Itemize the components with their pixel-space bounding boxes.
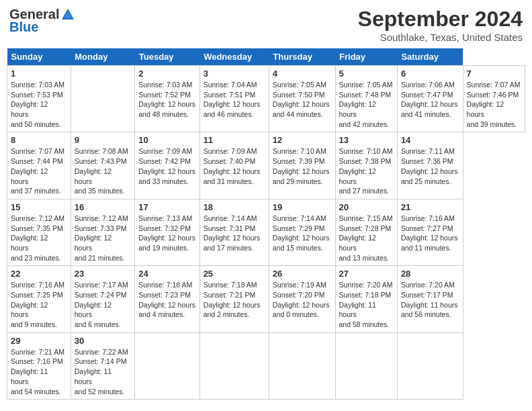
day-number: 3 <box>204 68 265 79</box>
day-info: Sunrise: 7:12 AM Sunset: 7:35 PM Dayligh… <box>11 214 67 263</box>
day-cell-empty-4-2 <box>135 332 200 399</box>
day-number: 18 <box>204 202 265 212</box>
day-cell-19: 19Sunrise: 7:14 AM Sunset: 7:29 PM Dayli… <box>269 199 335 265</box>
day-cell-23: 23Sunrise: 7:17 AM Sunset: 7:24 PM Dayli… <box>71 266 134 332</box>
day-cell-24: 24Sunrise: 7:18 AM Sunset: 7:23 PM Dayli… <box>135 266 200 332</box>
day-info: Sunrise: 7:15 AM Sunset: 7:28 PM Dayligh… <box>339 214 394 263</box>
day-info: Sunrise: 7:13 AM Sunset: 7:32 PM Dayligh… <box>138 214 195 253</box>
day-info: Sunrise: 7:08 AM Sunset: 7:43 PM Dayligh… <box>75 146 131 195</box>
day-cell-30: 30Sunrise: 7:22 AM Sunset: 7:14 PM Dayli… <box>71 332 134 399</box>
day-info: Sunrise: 7:20 AM Sunset: 7:18 PM Dayligh… <box>339 280 394 329</box>
day-cell-12: 12Sunrise: 7:10 AM Sunset: 7:39 PM Dayli… <box>269 132 335 199</box>
day-number: 27 <box>339 269 394 279</box>
day-cell-empty-4-5 <box>335 332 397 399</box>
day-info: Sunrise: 7:12 AM Sunset: 7:33 PM Dayligh… <box>75 214 131 263</box>
day-info: Sunrise: 7:07 AM Sunset: 7:44 PM Dayligh… <box>11 146 67 195</box>
day-info: Sunrise: 7:07 AM Sunset: 7:46 PM Dayligh… <box>467 80 521 129</box>
day-number: 21 <box>401 202 459 212</box>
day-number: 5 <box>339 68 394 79</box>
weekday-header-thursday: Thursday <box>269 48 335 66</box>
day-number: 14 <box>401 135 459 145</box>
logo-blue-text: Blue <box>9 19 38 35</box>
day-cell-13: 13Sunrise: 7:10 AM Sunset: 7:38 PM Dayli… <box>335 132 397 199</box>
day-info: Sunrise: 7:09 AM Sunset: 7:42 PM Dayligh… <box>138 146 195 186</box>
day-info: Sunrise: 7:06 AM Sunset: 7:47 PM Dayligh… <box>401 80 459 120</box>
day-cell-29: 29Sunrise: 7:21 AM Sunset: 7:16 PM Dayli… <box>7 332 71 399</box>
day-info: Sunrise: 7:16 AM Sunset: 7:25 PM Dayligh… <box>11 280 67 329</box>
day-number: 19 <box>273 202 332 212</box>
day-number: 17 <box>138 202 195 212</box>
month-title: September 2024 <box>358 7 523 32</box>
day-cell-25: 25Sunrise: 7:18 AM Sunset: 7:21 PM Dayli… <box>200 266 269 332</box>
day-cell-11: 11Sunrise: 7:09 AM Sunset: 7:40 PM Dayli… <box>200 132 269 199</box>
day-number: 11 <box>204 135 265 145</box>
day-cell-empty-4-3 <box>200 332 269 399</box>
day-number: 26 <box>273 269 332 279</box>
day-info: Sunrise: 7:16 AM Sunset: 7:27 PM Dayligh… <box>401 214 459 253</box>
day-cell-1: 1Sunrise: 7:03 AM Sunset: 7:53 PM Daylig… <box>7 66 71 132</box>
day-number: 8 <box>11 135 67 145</box>
day-number: 30 <box>75 336 131 346</box>
day-info: Sunrise: 7:03 AM Sunset: 7:53 PM Dayligh… <box>11 80 67 129</box>
day-cell-8: 8Sunrise: 7:07 AM Sunset: 7:44 PM Daylig… <box>7 132 71 199</box>
weekday-header-friday: Friday <box>335 48 397 66</box>
day-cell-6: 6Sunrise: 7:06 AM Sunset: 7:47 PM Daylig… <box>397 66 463 132</box>
day-info: Sunrise: 7:10 AM Sunset: 7:39 PM Dayligh… <box>273 146 332 186</box>
day-info: Sunrise: 7:17 AM Sunset: 7:24 PM Dayligh… <box>75 280 131 329</box>
day-cell-4: 4Sunrise: 7:05 AM Sunset: 7:50 PM Daylig… <box>269 66 335 132</box>
day-number: 24 <box>138 269 195 279</box>
title-area: September 2024 Southlake, Texas, United … <box>358 7 523 43</box>
day-info: Sunrise: 7:21 AM Sunset: 7:16 PM Dayligh… <box>11 347 67 396</box>
day-info: Sunrise: 7:03 AM Sunset: 7:52 PM Dayligh… <box>138 80 195 120</box>
day-number: 4 <box>273 68 332 79</box>
day-number: 25 <box>204 269 265 279</box>
day-cell-empty-4-6 <box>397 332 463 399</box>
day-info: Sunrise: 7:05 AM Sunset: 7:48 PM Dayligh… <box>339 80 394 129</box>
weekday-header-tuesday: Tuesday <box>135 48 200 66</box>
day-info: Sunrise: 7:05 AM Sunset: 7:50 PM Dayligh… <box>273 80 332 120</box>
day-cell-14: 14Sunrise: 7:11 AM Sunset: 7:36 PM Dayli… <box>397 132 463 199</box>
day-cell-2: 2Sunrise: 7:03 AM Sunset: 7:52 PM Daylig… <box>135 66 200 132</box>
day-cell-28: 28Sunrise: 7:20 AM Sunset: 7:17 PM Dayli… <box>397 266 463 332</box>
day-cell-9: 9Sunrise: 7:08 AM Sunset: 7:43 PM Daylig… <box>71 132 134 199</box>
page-header: General Blue September 2024 Southlake, T… <box>7 7 525 43</box>
day-cell-20: 20Sunrise: 7:15 AM Sunset: 7:28 PM Dayli… <box>335 199 397 265</box>
day-info: Sunrise: 7:20 AM Sunset: 7:17 PM Dayligh… <box>401 280 459 320</box>
day-cell-5: 5Sunrise: 7:05 AM Sunset: 7:48 PM Daylig… <box>335 66 397 132</box>
day-cell-16: 16Sunrise: 7:12 AM Sunset: 7:33 PM Dayli… <box>71 199 134 265</box>
day-cell-7: 7Sunrise: 7:07 AM Sunset: 7:46 PM Daylig… <box>463 66 525 132</box>
day-info: Sunrise: 7:09 AM Sunset: 7:40 PM Dayligh… <box>204 146 265 186</box>
day-info: Sunrise: 7:04 AM Sunset: 7:51 PM Dayligh… <box>204 80 265 120</box>
weekday-header-row: SundayMondayTuesdayWednesdayThursdayFrid… <box>7 48 525 66</box>
calendar-table: SundayMondayTuesdayWednesdayThursdayFrid… <box>7 48 525 400</box>
logo: General Blue <box>9 7 77 35</box>
day-info: Sunrise: 7:11 AM Sunset: 7:36 PM Dayligh… <box>401 146 459 186</box>
day-cell-empty <box>71 66 134 132</box>
day-cell-3: 3Sunrise: 7:04 AM Sunset: 7:51 PM Daylig… <box>200 66 269 132</box>
weekday-header-sunday: Sunday <box>7 48 71 66</box>
weekday-header-saturday: Saturday <box>397 48 463 66</box>
day-number: 10 <box>138 135 195 145</box>
day-cell-26: 26Sunrise: 7:19 AM Sunset: 7:20 PM Dayli… <box>269 266 335 332</box>
day-cell-18: 18Sunrise: 7:14 AM Sunset: 7:31 PM Dayli… <box>200 199 269 265</box>
day-number: 9 <box>75 135 131 145</box>
day-number: 1 <box>11 68 67 79</box>
day-number: 22 <box>11 269 67 279</box>
day-number: 7 <box>467 68 521 79</box>
day-cell-22: 22Sunrise: 7:16 AM Sunset: 7:25 PM Dayli… <box>7 266 71 332</box>
day-info: Sunrise: 7:18 AM Sunset: 7:21 PM Dayligh… <box>204 280 265 320</box>
day-info: Sunrise: 7:19 AM Sunset: 7:20 PM Dayligh… <box>273 280 332 320</box>
day-cell-17: 17Sunrise: 7:13 AM Sunset: 7:32 PM Dayli… <box>135 199 200 265</box>
day-cell-27: 27Sunrise: 7:20 AM Sunset: 7:18 PM Dayli… <box>335 266 397 332</box>
day-number: 15 <box>11 202 67 212</box>
day-number: 12 <box>273 135 332 145</box>
day-number: 29 <box>11 336 67 346</box>
day-number: 13 <box>339 135 394 145</box>
day-info: Sunrise: 7:18 AM Sunset: 7:23 PM Dayligh… <box>138 280 195 320</box>
day-cell-15: 15Sunrise: 7:12 AM Sunset: 7:35 PM Dayli… <box>7 199 71 265</box>
day-info: Sunrise: 7:10 AM Sunset: 7:38 PM Dayligh… <box>339 146 394 195</box>
day-cell-10: 10Sunrise: 7:09 AM Sunset: 7:42 PM Dayli… <box>135 132 200 199</box>
day-info: Sunrise: 7:14 AM Sunset: 7:31 PM Dayligh… <box>204 214 265 253</box>
day-info: Sunrise: 7:14 AM Sunset: 7:29 PM Dayligh… <box>273 214 332 253</box>
location-text: Southlake, Texas, United States <box>358 32 523 43</box>
